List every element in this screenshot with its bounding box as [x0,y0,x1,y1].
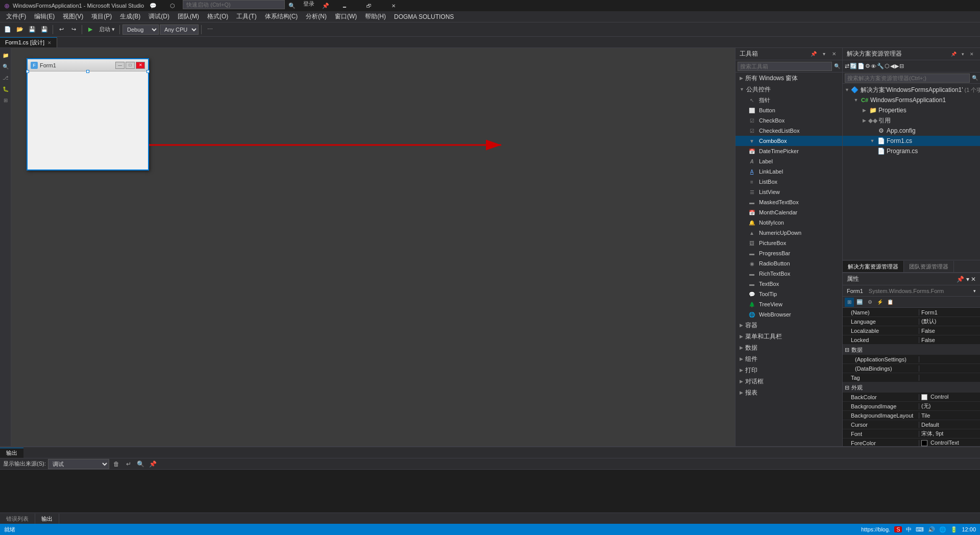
config-select[interactable]: Debug Release [122,25,159,35]
menu-analyze[interactable]: 分析(N) [302,11,331,22]
activity-git[interactable]: ⎇ [1,72,11,83]
activity-debug[interactable]: 🐛 [1,84,11,94]
tree-appconfig[interactable]: ⚙ App.config [843,126,980,136]
bottom-tab-output[interactable]: 输出 [35,514,59,524]
se-tb-show-all[interactable]: 👁 [871,63,876,69]
output-clear-btn[interactable]: 🗑 [111,459,121,469]
toolbox-item-picturebox[interactable]: 🖼 PictureBox [736,238,842,248]
toolbox-item-monthcalendar[interactable]: 📅 MonthCalendar [736,207,842,217]
se-tb-collapse[interactable]: ⊟ [899,63,904,69]
activity-extensions[interactable]: ⊞ [1,95,11,105]
menu-dogma[interactable]: DOGMA SOLUTIONS [390,12,458,21]
props-categorized-btn[interactable]: ⊞ [845,298,854,307]
toolbox-item-richtextbox[interactable]: ▬ RichTextBox [736,269,842,279]
prop-value-forecolor[interactable]: ControlText [919,440,980,446]
new-project-btn[interactable]: 📄 [2,24,13,35]
toolbox-item-checkedlistbox[interactable]: ☑ CheckedListBox [736,126,842,136]
toolbox-item-webbrowser[interactable]: 🌐 WebBrowser [736,309,842,320]
menu-team[interactable]: 团队(M) [174,11,203,22]
props-props-btn[interactable]: ⚙ [865,298,874,307]
ptab-solution[interactable]: 解决方案资源管理器 [843,261,904,272]
search-icon[interactable]: ⬡ [163,0,182,11]
toolbox-item-datetimepicker[interactable]: 📅 DateTimePicker [736,146,842,156]
toolbox-section-data[interactable]: ▶ 数据 [736,342,842,353]
ptab-team[interactable]: 团队资源管理器 [904,261,954,272]
props-dropdown-icon[interactable]: ▾ [973,288,976,294]
prop-value-name[interactable]: Form1 [919,309,980,315]
props-alphabetical-btn[interactable]: 🔤 [855,298,864,307]
menu-tools[interactable]: 工具(T) [232,11,260,22]
props-object-selector[interactable]: Form1 System.Windows.Forms.Form ▾ [843,285,980,297]
menu-project[interactable]: 项目(P) [87,11,116,22]
props-dropdown-btn[interactable]: ▾ [966,276,969,283]
se-dropdown-btn[interactable]: ▾ [959,50,967,58]
menu-build[interactable]: 生成(B) [116,11,144,22]
quick-launch-input[interactable] [183,0,285,9]
props-pin-btn[interactable]: 📌 [957,276,964,283]
prop-value-bgimagelayout[interactable]: Tile [919,412,980,419]
undo-btn[interactable]: ↩ [56,24,67,35]
maximize-button[interactable]: 🗗 [357,0,381,11]
se-tb-refresh[interactable]: 🔄 [850,63,857,69]
output-pin-btn[interactable]: 📌 [148,459,158,469]
toolbox-close-btn[interactable]: ✕ [830,50,838,58]
toolbox-search-input[interactable] [738,62,832,71]
search-btn[interactable]: 🔍 [286,0,298,11]
toolbox-dropdown-btn[interactable]: ▾ [820,50,828,58]
tree-project[interactable]: ▼ C# WindowsFormsApplication1 [843,95,980,105]
prop-value-backcolor[interactable]: Control [919,394,980,400]
toolbox-item-tooltip[interactable]: 💬 ToolTip [736,289,842,299]
redo-btn[interactable]: ↪ [68,24,79,35]
toolbox-item-combobox[interactable]: ▼ ComboBox [736,136,842,146]
minimize-button[interactable]: 🗕 [333,0,356,11]
menu-debug[interactable]: 调试(D) [144,11,174,22]
se-tb-back[interactable]: ◀ [890,63,894,69]
doc-tab-form1-design[interactable]: Form1.cs [设计] ✕ [0,37,57,47]
bottom-tab-errors[interactable]: 错误列表 [0,514,35,524]
toolbox-item-maskedtextbox[interactable]: ▬ MaskedTextBox [736,197,842,207]
pin-icon[interactable]: 📌 [320,0,332,11]
toolbox-section-menus[interactable]: ▶ 菜单和工具栏 [736,331,842,342]
menu-edit[interactable]: 编辑(E) [30,11,59,22]
se-tb-sync[interactable]: ⇄ [845,63,849,69]
platform-select[interactable]: Any CPU x86 x64 [160,25,199,35]
menu-help[interactable]: 帮助(H) [361,11,390,22]
toolbox-item-pointer[interactable]: ↖ 指针 [736,95,842,105]
toolbox-item-button[interactable]: ⬜ Button [736,105,842,115]
close-button[interactable]: ✕ [382,0,405,11]
se-pin-btn[interactable]: 📌 [949,50,958,58]
se-tb-forward[interactable]: ▶ [895,63,899,69]
activity-search[interactable]: 🔍 [1,61,11,71]
toolbox-item-progressbar[interactable]: ▬ ProgressBar [736,248,842,258]
toolbox-pin-btn[interactable]: 📌 [810,50,818,58]
prop-value-locked[interactable]: False [919,337,980,343]
tree-form1[interactable]: ▼ 📄 Form1.cs [843,136,980,146]
se-tb-props[interactable]: ⚙ [865,63,870,69]
design-canvas[interactable]: F Form1 — □ ✕ [11,48,735,446]
menu-arch[interactable]: 体系结构(C) [261,11,302,22]
toolbox-item-notifyicon[interactable]: 🔔 NotifyIcon [736,217,842,228]
props-close-btn[interactable]: ✕ [971,276,976,283]
se-close-btn[interactable]: ✕ [968,50,976,58]
se-tb-new-sol[interactable]: 📄 [857,63,865,69]
tree-programcs[interactable]: 📄 Program.cs [843,146,980,156]
open-btn[interactable]: 📂 [14,24,26,35]
prop-section-data[interactable]: ⊟ 数据 [843,345,980,355]
toolbox-section-print[interactable]: ▶ 打印 [736,364,842,376]
se-tb-filter[interactable]: 🔧 [877,63,884,69]
form-close-btn[interactable]: ✕ [136,62,145,69]
output-toggle-wrap-btn[interactable]: ↵ [124,459,134,469]
toolbox-item-listview[interactable]: ☰ ListView [736,187,842,197]
menu-view[interactable]: 视图(V) [59,11,87,22]
prop-value-localizable[interactable]: False [919,328,980,334]
toolbox-item-checkbox[interactable]: ☑ CheckBox [736,115,842,126]
se-tb-scope[interactable]: ⬡ [885,63,890,69]
tree-references[interactable]: ▶ ◆◆ 引用 [843,115,980,126]
tree-solution[interactable]: ▼ 🔷 解决方案'WindowsFormsApplication1' (1 个项… [843,85,980,95]
toolbox-section-all-windows[interactable]: ▶ 所有 Windows 窗体 [736,72,842,84]
prop-section-appearance[interactable]: ⊟ 外观 [843,382,980,393]
prop-value-cursor[interactable]: Default [919,422,980,428]
se-search-input[interactable] [845,74,970,83]
toolbox-section-common[interactable]: ▼ 公共控件 [736,84,842,95]
prop-value-backgroundimage[interactable]: (无) [919,402,980,410]
